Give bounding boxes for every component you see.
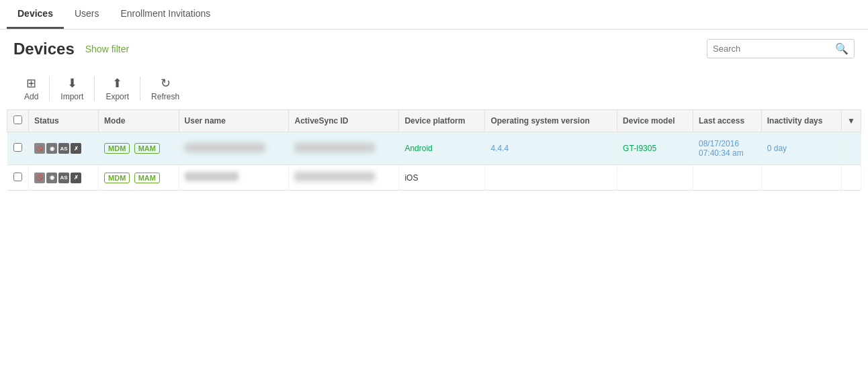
toolbar: ⊞ Add ⬇ Import ⬆ Export ↻ Refresh	[0, 68, 868, 109]
col-status: Status	[29, 110, 99, 132]
tab-enrollment-invitations[interactable]: Enrollment Invitations	[110, 0, 222, 29]
activesync-value	[294, 143, 375, 152]
search-input[interactable]	[713, 44, 835, 54]
username-value	[185, 143, 265, 152]
row2-model	[617, 165, 693, 191]
page-title: Devices	[13, 40, 75, 58]
row1-activesync	[289, 132, 399, 165]
row1-os: 4.4.4	[485, 132, 617, 165]
refresh-label: Refresh	[151, 92, 179, 101]
import-button[interactable]: ⬇ Import	[50, 73, 94, 104]
row2-activesync	[289, 165, 399, 191]
export-icon: ⬆	[112, 76, 122, 91]
import-icon: ⬇	[67, 76, 77, 91]
username-value	[185, 172, 238, 181]
row1-username	[179, 132, 289, 165]
col-username: User name	[179, 110, 289, 132]
row1-expand	[842, 132, 861, 165]
status-icon-3: AS	[58, 173, 69, 183]
select-all-header[interactable]	[7, 110, 29, 132]
status-icon-1: 🚫	[34, 143, 45, 154]
status-icon-3: AS	[58, 143, 69, 154]
row1-lastaccess: 08/17/201607:40:34 am	[693, 132, 762, 165]
col-activesync: ActiveSync ID	[289, 110, 399, 132]
refresh-icon: ↻	[161, 76, 171, 91]
status-icon-1: 🚫	[34, 173, 45, 183]
add-button[interactable]: ⊞ Add	[13, 73, 49, 104]
row1-status: 🚫 ◉ AS ✗	[29, 132, 99, 165]
row2-status: 🚫 ◉ AS ✗	[29, 165, 99, 191]
tab-devices[interactable]: Devices	[7, 0, 64, 29]
mdm-badge: MDM	[104, 173, 130, 183]
status-icon-2: ◉	[46, 143, 57, 154]
row2-username	[179, 165, 289, 191]
row2-lastaccess	[693, 165, 762, 191]
search-icon[interactable]: 🔍	[835, 42, 849, 55]
export-label: Export	[105, 92, 129, 101]
row1-inactivity: 0 day	[761, 132, 841, 165]
row2-mode: MDM MAM	[99, 165, 179, 191]
row1-checkbox-cell[interactable]	[7, 132, 29, 165]
col-expand: ▼	[842, 110, 861, 132]
add-icon: ⊞	[26, 76, 36, 91]
row2-checkbox[interactable]	[13, 173, 22, 181]
status-icon-4: ✗	[71, 143, 81, 154]
row2-expand	[842, 165, 861, 191]
top-navigation: Devices Users Enrollment Invitations	[0, 0, 868, 30]
col-mode: Mode	[99, 110, 179, 132]
row2-platform: iOS	[399, 165, 485, 191]
select-all-checkbox[interactable]	[13, 115, 22, 124]
col-inactivity: Inactivity days	[761, 110, 841, 132]
row1-mode: MDM MAM	[99, 132, 179, 165]
row2-inactivity	[761, 165, 841, 191]
row2-checkbox-cell[interactable]	[7, 165, 29, 191]
row1-platform: Android	[399, 132, 485, 165]
table-row[interactable]: 🚫 ◉ AS ✗ MDM MAM Android 4.4.4 GT-I9305 …	[7, 132, 861, 165]
table-row[interactable]: 🚫 ◉ AS ✗ MDM MAM iOS	[7, 165, 861, 191]
status-icon-2: ◉	[46, 173, 57, 183]
activesync-value	[294, 172, 375, 181]
show-filter-link[interactable]: Show filter	[85, 44, 129, 54]
row2-os	[485, 165, 617, 191]
col-os: Operating system version	[485, 110, 617, 132]
mam-badge: MAM	[134, 143, 160, 154]
mam-badge: MAM	[134, 173, 160, 183]
col-platform: Device platform	[399, 110, 485, 132]
export-button[interactable]: ⬆ Export	[95, 73, 140, 104]
add-label: Add	[24, 92, 38, 101]
tab-users[interactable]: Users	[64, 0, 110, 29]
page-header: Devices Show filter 🔍	[0, 30, 868, 68]
col-model: Device model	[617, 110, 693, 132]
devices-table: Status Mode User name ActiveSync ID Devi…	[7, 109, 861, 191]
row1-checkbox[interactable]	[13, 143, 22, 152]
col-lastaccess: Last access	[693, 110, 762, 132]
search-box: 🔍	[707, 39, 855, 58]
mdm-badge: MDM	[104, 143, 130, 154]
import-label: Import	[60, 92, 83, 101]
refresh-button[interactable]: ↻ Refresh	[140, 73, 190, 104]
row1-model: GT-I9305	[617, 132, 693, 165]
devices-table-wrapper: Status Mode User name ActiveSync ID Devi…	[0, 109, 868, 191]
status-icon-4: ✗	[71, 173, 81, 183]
